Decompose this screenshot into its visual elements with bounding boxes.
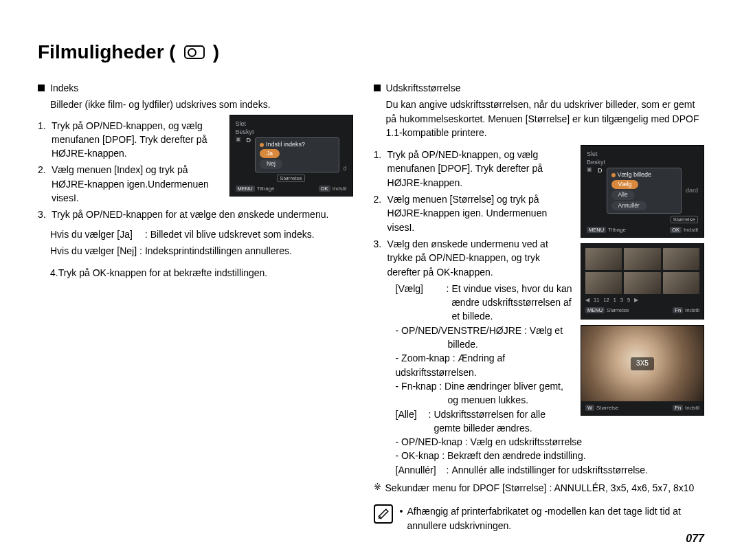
lcd-side-glyph: d (344, 164, 347, 172)
hvis-nej-val: Indeksprintindstillingen annulleres. (145, 244, 353, 258)
thumb-num: 1 (614, 297, 616, 304)
opt-vaelg-val: Et vindue vises, hvor du kan ændre udskr… (451, 282, 574, 324)
photo-zoom-button: W (585, 405, 594, 411)
lcd-side-right: dard (686, 186, 698, 194)
lcd-ok-button: OK (319, 186, 330, 192)
sub-opned-b: billede. (448, 339, 478, 350)
opt-alle-label: [Alle] (396, 407, 429, 436)
chevron-left-icon: ◀ (585, 297, 589, 304)
thumb-num: 5 (627, 297, 630, 304)
hvis-ja-val: Billedet vil blive udskrevet som indeks. (150, 227, 353, 241)
lcd-top-label: Størrelse (671, 216, 698, 223)
bullet-dot-icon: • (400, 504, 403, 533)
lcd-option-no: Nej (260, 159, 282, 168)
sub-ok: OK-knap : Bekræft den ændrede indstillin… (401, 450, 585, 461)
left-intro: Billeder (ikke film- og lydfiler) udskri… (38, 98, 353, 111)
lcd-prompt: Indstil indeks? (266, 141, 305, 148)
lcd-menu-item: Slet (236, 120, 347, 128)
opt-vaelg-label: [Vælg] (396, 282, 447, 324)
square-bullet-icon (374, 85, 381, 91)
thumbnail (624, 272, 660, 294)
chevron-right-icon: ▶ (634, 297, 638, 304)
camera-dpof-icon (184, 45, 205, 59)
lcd-menu-item: Beskyt (587, 158, 698, 166)
thumb-num: 12 (603, 297, 609, 304)
size-tag: 3X5 (631, 357, 654, 370)
step-number: 3. (374, 237, 383, 279)
lcd-foot-left: Tilbage (257, 186, 275, 192)
reference-mark-icon: ※ (374, 481, 381, 495)
info-dot-icon (260, 143, 264, 147)
opt-ann-val: Annullér alle indstillinger for udskrift… (451, 463, 648, 477)
step-number: 2. (374, 192, 383, 234)
left-section-title: Indeks (50, 81, 78, 95)
thumbnail (663, 248, 699, 270)
left-step3: Tryk på OP/NED-knappen for at vælge den … (52, 208, 328, 221)
right-intro: Du kan angive udskriftsstørrelsen, når d… (374, 98, 704, 139)
opt-alle-val: Udskriftsstørrelsen for alle gemte bille… (434, 407, 574, 436)
square-bullet-icon (38, 85, 45, 91)
lcd-foot-right: Indstil (333, 186, 347, 192)
lcd-foot-left: Tilbage (608, 227, 626, 233)
hvis-nej-label: Hvis du vælger [Nej] (50, 244, 137, 258)
sub-opned: OP/NED/VENSTRE/HØJRE : Vælg et (401, 325, 563, 336)
photo-foot-left: Størrelse (596, 405, 618, 411)
right-step3: Vælg den ønskede undermenu ved at trykke… (387, 237, 574, 279)
lcd-menu-button: MENU (587, 227, 606, 233)
thumbnail (624, 248, 660, 270)
sub-opned2: OP/NED-knap : Vælg en udskriftsstørrelse (401, 436, 582, 447)
step-number: 1. (374, 148, 383, 190)
left-lcd-screenshot: Slet Beskyt ▣ D Indstil indeks? Ja Nej d… (229, 115, 353, 197)
left-column: Indeks Billeder (ikke film- og lydfiler)… (38, 81, 353, 533)
camera-glyph-icon: ▣ (587, 166, 592, 173)
thumbnail (585, 272, 622, 294)
photo-fn-button: Fn (673, 405, 683, 411)
thumb-fn-button: Fn (673, 307, 683, 313)
sub-fn-b: og menuen lukkes. (448, 394, 529, 405)
lcd-ok-button: OK (670, 227, 682, 233)
right-step2: Vælg menuen [Størrelse] og tryk på HØJRE… (387, 192, 574, 234)
page-number: 077 (686, 533, 704, 545)
lcd-option-yes: Ja (260, 149, 280, 158)
note-pencil-icon (374, 504, 393, 524)
sub-zoom: Zoom-knap : Ændring af udskriftsstørrels… (396, 352, 506, 377)
left-step4: 4.Tryk på OK-knappen for at bekræfte ind… (38, 266, 353, 280)
info-dot-icon (611, 173, 616, 177)
left-step1: Tryk på OP/NED-knappen, og vælg menufane… (52, 119, 223, 161)
step-number: 2. (38, 163, 47, 205)
lcd-menu-item: Slet (587, 150, 698, 158)
lcd-menu-item: Beskyt (236, 128, 347, 136)
lcd-foot-right: Indstil (684, 227, 698, 233)
photo-preview: 3X5 (581, 326, 704, 401)
thumbnail-grid-screenshot: ◀ 11 12 1 3 5 ▶ MENUStørrelse FnIndstil (581, 243, 704, 320)
printer-note: Afhængig af printerfabrikatet og -modell… (407, 504, 704, 533)
page-title-row: Filmuligheder ( ) (38, 41, 704, 63)
lcd-option-all: Alle (611, 190, 635, 199)
lcd-d-glyph: D (598, 166, 603, 175)
thumb-num: 11 (594, 297, 599, 304)
thumb-foot-right: Indstil (685, 307, 699, 313)
step-number: 1. (38, 119, 47, 161)
sub-fn: Fn-knap : Dine ændringer bliver gemt, (401, 381, 563, 392)
secondary-menu-note: Sekundær menu for DPOF [Størrelse] : ANN… (385, 481, 695, 495)
thumb-zoom-button: MENU (585, 307, 605, 313)
lcd-prompt: Vælg billede (618, 171, 652, 178)
right-step1: Tryk på OP/NED-knappen, og vælg menufane… (387, 148, 574, 190)
thumbnail (663, 272, 699, 294)
right-lcd-screenshots: Slet Beskyt ▣ D Vælg billede Vælg Alle A… (581, 145, 704, 416)
step-number: 3. (38, 208, 47, 221)
lcd-menu-button: MENU (236, 186, 255, 192)
thumb-num: 3 (620, 297, 623, 304)
page-title-close: ) (213, 41, 219, 63)
page-title: Filmuligheder ( (38, 41, 176, 63)
camera-glyph-icon: ▣ (236, 136, 241, 143)
thumbnail (585, 248, 622, 270)
right-section-title: Udskriftsstørrelse (386, 81, 461, 95)
hvis-ja-label: Hvis du vælger [Ja] (50, 227, 133, 241)
left-step2: Vælg menuen [Index] og tryk på HØJRE-kna… (52, 163, 223, 205)
right-column: Udskriftsstørrelse Du kan angive udskrif… (374, 81, 704, 533)
lcd-option-select: Vælg (611, 180, 639, 189)
opt-ann-label: [Annullér] (396, 463, 447, 477)
photo-foot-right: Indstil (685, 405, 699, 411)
single-photo-screenshot: 3X5 WStørrelse FnIndstil (581, 325, 704, 416)
